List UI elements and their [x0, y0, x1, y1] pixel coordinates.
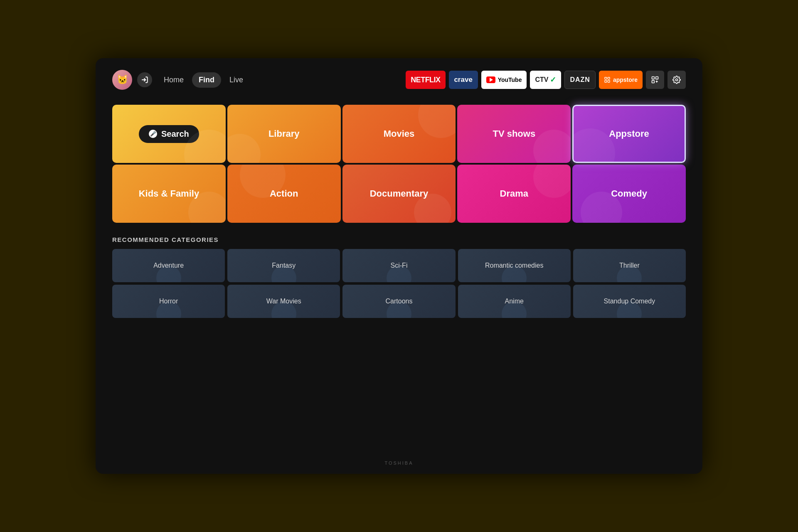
rec-thriller[interactable]: Thriller — [573, 249, 686, 282]
ctv-app[interactable]: CTV ✓ — [530, 71, 561, 89]
appstore-tile[interactable]: Appstore — [572, 105, 686, 163]
rec-anime[interactable]: Anime — [458, 285, 571, 318]
crave-app[interactable]: crave — [449, 71, 478, 89]
rec-romantic-comedies[interactable]: Romantic comedies — [458, 249, 571, 282]
recommended-title: RECOMMENDED CATEGORIES — [112, 236, 686, 243]
youtube-icon — [486, 76, 495, 83]
rec-war-movies[interactable]: War Movies — [227, 285, 340, 318]
comedy-tile[interactable]: Comedy — [572, 165, 686, 223]
rec-horror[interactable]: Horror — [112, 285, 225, 318]
drama-label: Drama — [500, 188, 528, 199]
svg-rect-4 — [608, 80, 610, 82]
settings-button[interactable] — [667, 71, 686, 89]
documentary-tile[interactable]: Documentary — [342, 165, 456, 223]
add-apps-button[interactable] — [646, 71, 664, 89]
settings-icon — [672, 76, 681, 84]
kids-tile[interactable]: Kids & Family — [112, 165, 226, 223]
ctv-checkmark-icon: ✓ — [550, 75, 556, 84]
svg-rect-3 — [605, 80, 607, 82]
tvshows-tile[interactable]: TV shows — [457, 105, 571, 163]
action-tile[interactable]: Action — [227, 165, 341, 223]
tv-brand: TOSHIBA — [384, 461, 413, 466]
nav-home[interactable]: Home — [157, 72, 190, 88]
avatar[interactable]: 🐱 — [112, 70, 132, 90]
rec-adventure[interactable]: Adventure — [112, 249, 225, 282]
navbar: 🐱 Home Find Live NETFLIX crave — [101, 63, 697, 96]
rec-cartoons[interactable]: Cartoons — [342, 285, 455, 318]
nav-links: Home Find Live — [157, 72, 250, 88]
library-label: Library — [268, 128, 300, 139]
search-tile[interactable]: 🎤 Search — [112, 105, 226, 163]
dazn-app[interactable]: DAZN — [564, 71, 595, 89]
nav-live[interactable]: Live — [223, 72, 250, 88]
netflix-app[interactable]: NETFLIX — [406, 71, 446, 89]
svg-rect-6 — [656, 77, 658, 79]
tvshows-label: TV shows — [493, 128, 535, 139]
svg-rect-5 — [652, 77, 655, 79]
rec-scifi[interactable]: Sci-Fi — [342, 249, 455, 282]
appstore-nav-app[interactable]: appstore — [599, 71, 643, 89]
action-label: Action — [270, 188, 298, 199]
mic-icon: 🎤 — [149, 130, 157, 138]
movies-tile[interactable]: Movies — [342, 105, 456, 163]
main-content: 🎤 Search Library Movies TV sh — [101, 96, 697, 326]
signin-icon[interactable] — [137, 72, 152, 87]
nav-find[interactable]: Find — [192, 72, 221, 88]
nav-apps: NETFLIX crave YouTube CTV ✓ DAZN — [406, 71, 686, 89]
documentary-label: Documentary — [370, 188, 429, 199]
drama-tile[interactable]: Drama — [457, 165, 571, 223]
svg-rect-1 — [605, 77, 607, 79]
recommended-grid: Adventure Fantasy Sci-Fi Romantic comedi… — [112, 249, 686, 318]
category-grid: 🎤 Search Library Movies TV sh — [112, 105, 686, 223]
rec-standup-comedy[interactable]: Standup Comedy — [573, 285, 686, 318]
comedy-label: Comedy — [611, 188, 647, 199]
kids-label: Kids & Family — [139, 188, 199, 199]
svg-rect-2 — [608, 77, 610, 79]
appstore-nav-icon — [604, 76, 611, 83]
add-apps-icon — [651, 76, 659, 84]
appstore-tile-label: Appstore — [609, 128, 649, 139]
svg-rect-7 — [652, 81, 655, 83]
search-label: Search — [161, 129, 189, 139]
tv-screen: 🐱 Home Find Live NETFLIX crave — [101, 63, 697, 469]
svg-point-10 — [676, 79, 678, 81]
movies-label: Movies — [384, 128, 415, 139]
tv-frame: 🐱 Home Find Live NETFLIX crave — [96, 58, 702, 474]
library-tile[interactable]: Library — [227, 105, 341, 163]
youtube-app[interactable]: YouTube — [481, 71, 527, 89]
rec-fantasy[interactable]: Fantasy — [227, 249, 340, 282]
recommended-section: RECOMMENDED CATEGORIES Adventure Fantasy… — [112, 236, 686, 318]
